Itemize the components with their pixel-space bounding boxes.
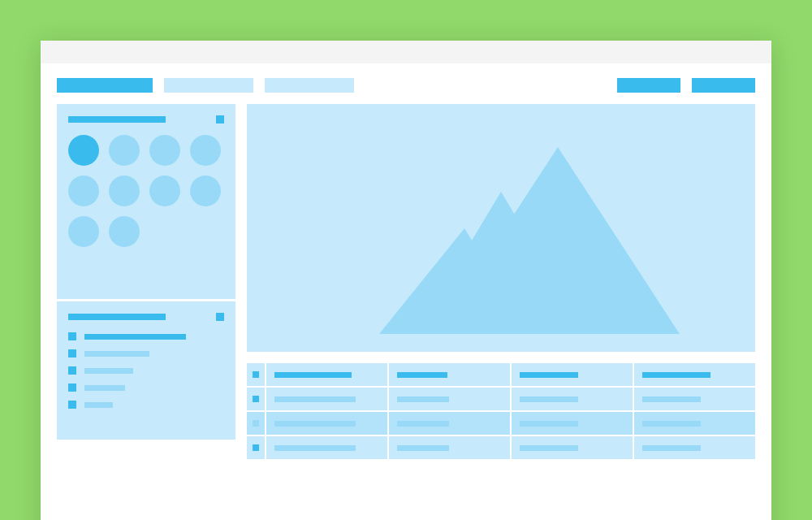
avatar-option[interactable] (149, 135, 180, 166)
cell (397, 421, 449, 427)
header-nav (41, 63, 771, 93)
avatar-grid (68, 135, 224, 247)
cell (520, 445, 578, 451)
row-select-icon[interactable] (253, 420, 259, 427)
list-item[interactable] (68, 366, 224, 375)
cell (274, 396, 356, 402)
cell (397, 445, 449, 451)
list-card-title (68, 314, 166, 320)
list-card-action-icon[interactable] (216, 313, 224, 321)
list-item-label (84, 368, 133, 374)
avatar-card-action-icon[interactable] (216, 115, 224, 124)
header-button-1[interactable] (617, 78, 680, 93)
data-table (247, 363, 755, 459)
cell (274, 445, 356, 451)
sidebar (57, 104, 235, 459)
list-item-label (84, 351, 149, 357)
list-item-label (84, 334, 186, 340)
nav-tab-1[interactable] (57, 78, 153, 93)
cell (520, 396, 578, 402)
avatar-option[interactable] (149, 176, 180, 206)
cell (397, 396, 449, 402)
table-row[interactable] (247, 412, 755, 435)
table-row[interactable] (247, 388, 755, 410)
avatar-option[interactable] (190, 176, 221, 206)
avatar-option[interactable] (190, 135, 221, 166)
list-item[interactable] (68, 384, 224, 392)
col-header[interactable] (642, 372, 710, 378)
select-all-icon[interactable] (253, 371, 259, 378)
col-header[interactable] (397, 372, 447, 378)
row-select-icon[interactable] (253, 444, 259, 451)
cell (642, 421, 701, 427)
table-header-row (247, 363, 755, 386)
list-card (57, 301, 235, 440)
col-header[interactable] (274, 372, 352, 378)
avatar-option[interactable] (68, 135, 99, 166)
titlebar (41, 41, 771, 63)
mountain-icon (322, 147, 680, 334)
bullet-icon (68, 349, 76, 358)
hero-image (247, 104, 755, 352)
bullet-icon (68, 332, 76, 340)
avatar-option[interactable] (109, 216, 140, 247)
list-item[interactable] (68, 332, 224, 340)
cell (642, 396, 701, 402)
avatar-option[interactable] (109, 135, 140, 166)
app-window (41, 41, 771, 520)
avatar-option[interactable] (68, 216, 99, 247)
nav-tab-3[interactable] (265, 78, 354, 93)
bullet-icon (68, 366, 76, 375)
avatar-picker-card (57, 104, 235, 299)
list-item-label (84, 402, 113, 408)
cell (642, 445, 701, 451)
main-content (247, 104, 755, 459)
table-row[interactable] (247, 436, 755, 459)
avatar-option[interactable] (68, 176, 99, 206)
avatar-option[interactable] (109, 176, 140, 206)
row-select-icon[interactable] (253, 396, 259, 402)
header-button-2[interactable] (692, 78, 755, 93)
list-item-label (84, 385, 125, 391)
bullet-icon (68, 384, 76, 392)
col-header[interactable] (520, 372, 578, 378)
avatar-card-title (68, 116, 166, 123)
list-item[interactable] (68, 401, 224, 409)
nav-tab-2[interactable] (164, 78, 253, 93)
list-item[interactable] (68, 349, 224, 358)
cell (520, 421, 578, 427)
cell (274, 421, 356, 427)
bullet-icon (68, 401, 76, 409)
